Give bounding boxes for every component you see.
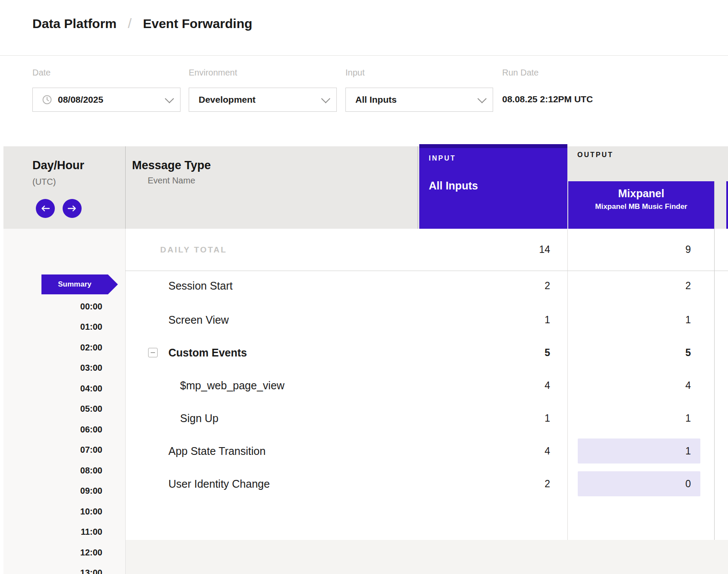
day-hour-header: Day/Hour	[32, 159, 84, 172]
daily-total-label-cell: DAILY TOTAL	[125, 229, 418, 271]
hour-row-label[interactable]: 13:00	[3, 563, 102, 574]
grid-line	[418, 146, 418, 229]
date-select-value: 08/08/2025	[58, 95, 165, 105]
row-input-value: 1	[418, 304, 567, 335]
run-date-value: 08.08.25 2:12PM UTC	[502, 94, 593, 104]
environment-select[interactable]: Development	[189, 88, 337, 112]
output-column-subtitle: Mixpanel MB Music Finder	[568, 202, 714, 211]
row-output-value: 1	[567, 403, 714, 434]
table-row-session-start: Session Start 2 2	[125, 270, 728, 301]
hour-row-label[interactable]: 04:00	[3, 378, 102, 398]
next-day-button[interactable]	[63, 199, 82, 218]
date-filter-label: Date	[32, 68, 51, 78]
row-label: User Identity Change	[125, 478, 270, 490]
hour-row-label[interactable]: 01:00	[3, 317, 102, 337]
input-column-header: INPUT All Inputs	[419, 144, 567, 229]
arrow-left-icon	[41, 205, 50, 212]
hour-row-label[interactable]: 02:00	[3, 337, 102, 357]
summary-badge-arrow	[108, 274, 118, 294]
input-select[interactable]: All Inputs	[345, 88, 493, 112]
next-output-column-sliver	[726, 181, 728, 229]
hour-row-label[interactable]: 07:00	[3, 440, 102, 460]
row-input-value: 4	[418, 370, 567, 401]
daily-total-output-value: 9	[567, 229, 714, 271]
row-label: $mp_web_page_view	[125, 379, 285, 392]
hour-row-label[interactable]: 11:00	[3, 522, 102, 542]
hour-row-label[interactable]: 06:00	[3, 419, 102, 439]
table-row-user-identity-change: User Identity Change 2 0	[125, 468, 728, 499]
clock-icon	[42, 95, 52, 104]
table-row-app-state-transition: App State Transition 4 1	[125, 435, 728, 467]
daily-total-input-value: 14	[418, 229, 567, 271]
input-column-name: All Inputs	[429, 180, 567, 192]
chevron-down-icon	[165, 94, 174, 103]
row-input-value: 1	[418, 403, 567, 434]
row-label: Sign Up	[125, 412, 218, 425]
table-row-screen-view: Screen View 1 1	[125, 304, 728, 335]
row-label: Session Start	[125, 280, 233, 292]
run-date-label: Run Date	[502, 68, 539, 78]
arrow-right-icon	[67, 205, 77, 212]
input-select-value: All Inputs	[355, 95, 478, 105]
hour-row-label[interactable]: 08:00	[3, 460, 102, 480]
table-row-custom-events: Custom Events 5 5	[125, 337, 728, 368]
chevron-down-icon	[321, 94, 330, 103]
row-output-value: 5	[567, 337, 714, 368]
event-forwarding-page: Data Platform / Event Forwarding Date En…	[0, 0, 728, 574]
previous-day-button[interactable]	[36, 199, 55, 218]
row-input-value: 4	[418, 435, 567, 467]
daily-total-row: DAILY TOTAL 14 9	[125, 229, 728, 271]
date-select[interactable]: 08/08/2025	[32, 88, 180, 112]
table-row-sign-up: Sign Up 1 1	[125, 403, 728, 434]
output-group-label: OUTPUT	[577, 151, 614, 159]
page-title: Event Forwarding	[143, 16, 252, 31]
day-hour-subtitle: (UTC)	[32, 177, 56, 187]
row-label: Screen View	[125, 314, 229, 326]
row-output-value: 1	[567, 304, 714, 335]
hour-row-label[interactable]: 09:00	[3, 481, 102, 501]
row-input-value: 5	[418, 337, 567, 368]
output-column-header-mixpanel[interactable]: Mixpanel Mixpanel MB Music Finder	[568, 181, 714, 229]
grid-line	[125, 146, 126, 229]
breadcrumb-section[interactable]: Data Platform	[32, 16, 117, 31]
hour-row-label[interactable]: 00:00	[3, 296, 102, 316]
input-group-label: INPUT	[429, 155, 567, 162]
hour-row-label[interactable]: 05:00	[3, 399, 102, 419]
row-label: Custom Events	[125, 347, 247, 359]
message-type-header: Message Type Event Name	[128, 159, 215, 186]
environment-filter-label: Environment	[189, 68, 237, 78]
highlighted-output-cell[interactable]: 0	[578, 471, 700, 496]
hour-row-label[interactable]: 03:00	[3, 358, 102, 378]
hour-row-label[interactable]: 10:00	[3, 501, 102, 521]
message-type-subtitle: Event Name	[128, 176, 215, 186]
table-row-mp-web-page-view: $mp_web_page_view 4 4	[125, 370, 728, 401]
summary-row-badge[interactable]: Summary	[41, 274, 108, 294]
highlighted-output-cell[interactable]: 1	[578, 438, 700, 464]
row-output-value: 2	[567, 270, 714, 301]
breadcrumb-separator: /	[128, 16, 132, 32]
daily-total-label: DAILY TOTAL	[160, 245, 227, 255]
environment-select-value: Development	[199, 95, 321, 105]
hour-row-label[interactable]: 12:00	[3, 542, 102, 562]
collapse-minus-icon[interactable]	[148, 348, 158, 357]
row-output-value: 4	[567, 370, 714, 401]
output-column-name: Mixpanel	[568, 187, 714, 200]
input-filter-label: Input	[345, 68, 364, 78]
message-type-title: Message Type	[128, 159, 215, 172]
breadcrumb: Data Platform / Event Forwarding	[32, 16, 252, 32]
row-label: App State Transition	[125, 445, 266, 457]
chevron-down-icon	[478, 94, 487, 103]
row-input-value: 2	[418, 468, 567, 499]
table-footer-area	[125, 540, 728, 574]
row-input-value: 2	[418, 270, 567, 301]
